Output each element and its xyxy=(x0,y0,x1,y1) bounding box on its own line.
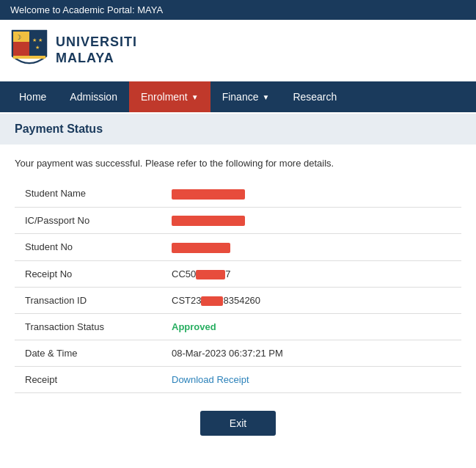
content-area: Your payment was successful. Please refe… xyxy=(0,145,476,450)
download-receipt-link[interactable]: Download Receipt xyxy=(172,374,249,385)
label-receipt-no: Receipt No xyxy=(15,260,161,287)
enrolment-dropdown-arrow: ▼ xyxy=(191,93,199,101)
redacted-receipt-mid xyxy=(196,270,225,279)
value-student-name xyxy=(161,180,461,207)
redacted-student-name xyxy=(172,189,245,200)
redacted-student-no xyxy=(172,243,230,253)
redacted-ic-passport xyxy=(172,216,245,226)
status-approved-badge: Approved xyxy=(172,321,216,332)
university-subtitle: MALAYA xyxy=(56,51,137,67)
logo-area: ★ ★ ★ ☽ UNIVERSITI MALAYA xyxy=(10,29,137,73)
table-row: IC/Passport No xyxy=(15,207,461,234)
table-row: Student Name xyxy=(15,180,461,207)
svg-text:★: ★ xyxy=(32,37,37,43)
value-datetime: 08-Mar-2023 06:37:21 PM xyxy=(161,340,461,366)
label-student-no: Student No xyxy=(15,234,161,261)
value-student-no xyxy=(161,234,461,261)
nav-research[interactable]: Research xyxy=(281,81,348,112)
table-row: Receipt No CC507 xyxy=(15,260,461,287)
table-row: Transaction ID CST238354260 xyxy=(15,287,461,313)
svg-text:★: ★ xyxy=(35,45,40,50)
logo-text: UNIVERSITI MALAYA xyxy=(56,34,137,66)
value-receipt-no: CC507 xyxy=(161,260,461,287)
nav-finance[interactable]: Finance ▼ xyxy=(210,81,282,112)
svg-text:☽: ☽ xyxy=(15,34,21,41)
value-receipt: Download Receipt xyxy=(161,366,461,392)
nav-home[interactable]: Home xyxy=(7,81,58,112)
payment-info-table: Student Name IC/Passport No Student No xyxy=(15,180,461,393)
label-receipt: Receipt xyxy=(15,366,161,392)
finance-dropdown-arrow: ▼ xyxy=(262,93,269,101)
success-message: Your payment was successful. Please refe… xyxy=(15,158,461,169)
exit-button[interactable]: Exit xyxy=(200,411,276,436)
label-datetime: Date & Time xyxy=(15,340,161,366)
table-row: Date & Time 08-Mar-2023 06:37:21 PM xyxy=(15,340,461,366)
table-row: Receipt Download Receipt xyxy=(15,366,461,392)
university-logo-icon: ★ ★ ★ ☽ xyxy=(10,29,48,73)
redacted-transaction-mid xyxy=(201,296,223,306)
page-title: Payment Status xyxy=(15,123,461,136)
top-bar-text: Welcome to Academic Portal: MAYA xyxy=(10,4,163,15)
university-name: UNIVERSITI xyxy=(56,34,137,51)
value-transaction-status: Approved xyxy=(161,313,461,340)
table-row: Transaction Status Approved xyxy=(15,313,461,340)
page-title-bar: Payment Status xyxy=(0,114,476,145)
svg-rect-7 xyxy=(13,56,45,59)
svg-rect-2 xyxy=(29,32,45,56)
svg-text:★: ★ xyxy=(38,37,43,43)
nav-enrolment[interactable]: Enrolment ▼ xyxy=(129,81,210,112)
svg-rect-1 xyxy=(13,42,29,56)
value-ic-passport xyxy=(161,207,461,234)
label-transaction-status: Transaction Status xyxy=(15,313,161,340)
label-ic-passport: IC/Passport No xyxy=(15,207,161,234)
label-student-name: Student Name xyxy=(15,180,161,207)
nav-admission[interactable]: Admission xyxy=(58,81,129,112)
main-nav: Home Admission Enrolment ▼ Finance ▼ Res… xyxy=(0,81,476,112)
table-row: Student No xyxy=(15,234,461,261)
top-bar: Welcome to Academic Portal: MAYA xyxy=(0,0,476,20)
header: ★ ★ ★ ☽ UNIVERSITI MALAYA xyxy=(0,20,476,81)
label-transaction-id: Transaction ID xyxy=(15,287,161,313)
button-area: Exit xyxy=(15,411,461,436)
value-transaction-id: CST238354260 xyxy=(161,287,461,313)
